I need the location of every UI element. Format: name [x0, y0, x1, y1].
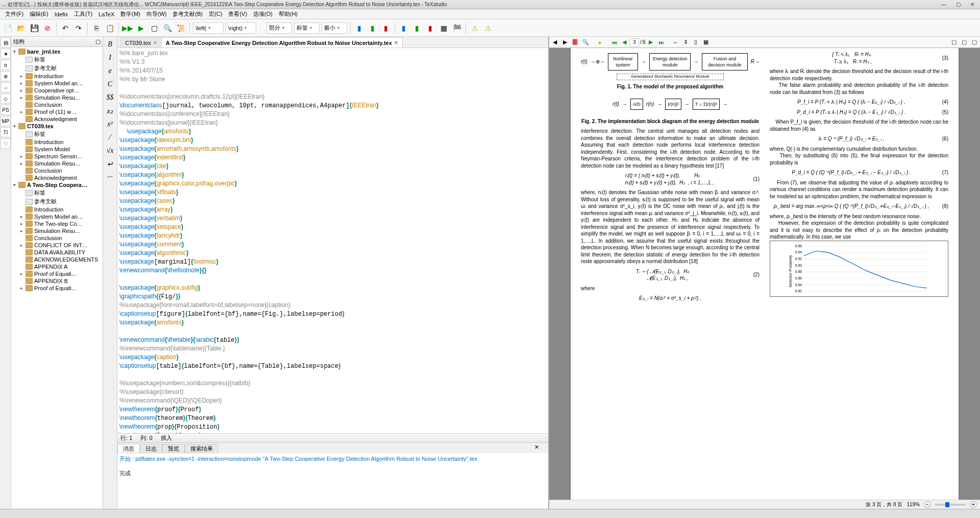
pv-fit-width[interactable]: ↔	[671, 38, 680, 47]
align-left-icon[interactable]: ▮	[354, 22, 365, 34]
paste-button[interactable]: 📋	[104, 22, 115, 34]
build-button[interactable]: ▶	[135, 22, 146, 34]
favorites-button[interactable]: ♡	[1, 138, 11, 149]
tree-item[interactable]: Conclusion	[11, 167, 103, 174]
save-button[interactable]: 💾	[29, 22, 40, 34]
tree-item[interactable]: APPENDIX A	[11, 263, 103, 270]
pv-nav-fwd[interactable]: ▶	[560, 38, 570, 47]
tree-item[interactable]: ▾A Two-Step Coopera…	[11, 181, 103, 189]
editor-tab[interactable]: A Two-Step Cooperative Energy Detection …	[161, 37, 403, 48]
new-file-button[interactable]: 📄	[2, 22, 13, 34]
stop-button[interactable]: ▢	[149, 22, 160, 34]
metapost-button[interactable]: MP	[1, 116, 11, 126]
tree-item[interactable]: ▸Proof of Equati…	[11, 270, 103, 277]
tree-item[interactable]: Conclusion	[11, 101, 103, 108]
tree-item[interactable]: ACKNOWLEDGEMENTS	[11, 256, 103, 263]
menu-选项(O)[interactable]: 选项(O)	[250, 10, 276, 18]
align-center-icon[interactable]: ▮	[367, 22, 378, 34]
structure-tree[interactable]: ▾bare_jrnl.tex标签参考文献▸Introduction▸System…	[11, 47, 103, 509]
menu-查看(V)[interactable]: 查看(V)	[225, 10, 250, 18]
build-run-button[interactable]: ▶▶	[122, 22, 133, 34]
structure-panel-button[interactable]: ▤	[1, 37, 11, 48]
pv-continuous[interactable]: ▯	[691, 38, 700, 47]
tree-item[interactable]: ▸Simulation Resu…	[11, 94, 103, 101]
fmt-x²[interactable]: x²	[105, 119, 116, 130]
tree-item[interactable]: Acknowledgment	[11, 174, 103, 181]
open-file-button[interactable]: 📂	[15, 22, 27, 34]
fmt-B[interactable]: B	[105, 39, 116, 50]
zoom-slider[interactable]	[935, 504, 966, 506]
pv-nav-back[interactable]: ◀	[550, 38, 559, 47]
symbols-misc-button[interactable]: ◇	[1, 93, 11, 104]
tab-close-icon[interactable]: ✕	[394, 40, 398, 45]
label-dropdown[interactable]: 标签	[294, 22, 320, 34]
align-right-icon[interactable]: ▮	[380, 22, 391, 34]
window-minimize[interactable]: —	[937, 0, 950, 8]
tree-item[interactable]: 标签	[11, 189, 103, 197]
section-dropdown[interactable]: 部分	[266, 22, 292, 34]
right-delim-dropdown[interactable]: \right)	[226, 22, 256, 34]
tree-item[interactable]: ▸Proof of (11) w…	[11, 108, 103, 115]
pv-first-page[interactable]: ⏮	[609, 38, 619, 47]
zoom-out-button[interactable]: −	[924, 501, 931, 508]
pstricks-button[interactable]: PS	[1, 105, 11, 115]
log-tab-消息[interactable]: 消息	[117, 444, 140, 453]
warning-icon[interactable]: ⚠	[469, 22, 480, 34]
tree-item[interactable]: ▸Simulation Resu…	[11, 160, 103, 167]
menu-数学(M)[interactable]: 数学(M)	[117, 10, 143, 18]
fmt-⁄[interactable]: ⁄	[105, 132, 116, 143]
tree-item[interactable]: Acknowledgment	[11, 115, 103, 123]
tree-item[interactable]: Introduction	[11, 206, 103, 213]
tree-item[interactable]: ▸Introduction	[11, 73, 103, 80]
log-tab-预览[interactable]: 预览	[162, 444, 185, 453]
tree-item[interactable]: 参考文献	[11, 64, 103, 73]
redo-button[interactable]: ↷	[73, 22, 84, 34]
tree-item[interactable]: ▸Cooperative opt…	[11, 87, 103, 94]
pv-last-page[interactable]: ⏭	[656, 38, 666, 47]
view-pdf-button[interactable]: 🔍	[162, 22, 173, 34]
log-tab-日志[interactable]: 日志	[140, 444, 162, 453]
symbols-operators-button[interactable]: ⊕	[1, 71, 11, 81]
preview-body[interactable]: r(t)→⊕→ Nonlinear system→ Energy detecti…	[549, 48, 980, 500]
menu-文件(F)[interactable]: 文件(F)	[2, 10, 27, 18]
pv-prev-page[interactable]: ◀	[620, 38, 629, 47]
row-icon[interactable]: ▮	[425, 22, 436, 34]
tree-item[interactable]: ▸The Two-step Co…	[11, 220, 103, 227]
menu-宏(C)[interactable]: 宏(C)	[206, 10, 225, 18]
size-dropdown[interactable]: 极小	[322, 22, 347, 34]
undo-button[interactable]: ↶	[60, 22, 71, 34]
pv-grid[interactable]: ▦	[701, 38, 710, 47]
symbols-arrow-button[interactable]: →	[1, 82, 11, 92]
pv-window-icon[interactable]: ▢	[949, 38, 959, 47]
error-icon[interactable]: ⚠	[482, 22, 494, 34]
tree-item[interactable]: ▸CONFLICT OF INT…	[11, 242, 103, 249]
pv-sync-icon[interactable]: ●	[595, 38, 604, 47]
pv-book-icon[interactable]: 📕	[571, 38, 580, 47]
tree-item[interactable]: Conclusion	[11, 234, 103, 242]
pv-next-page[interactable]: ▶	[646, 38, 655, 47]
window-close[interactable]: ✕	[966, 0, 979, 8]
menu-LaTeX[interactable]: LaTeX	[95, 11, 117, 17]
flag-icon[interactable]: 🏁	[451, 22, 462, 34]
close-button[interactable]: ⊘	[42, 22, 53, 34]
fmt-√x[interactable]: √x	[105, 145, 116, 156]
left-delim-dropdown[interactable]: \left(	[193, 22, 224, 34]
fmt-x₂[interactable]: x₂	[105, 105, 116, 116]
tree-item[interactable]: ▸Spectrum Sensin…	[11, 153, 103, 160]
tikz-button[interactable]: TI	[1, 127, 11, 137]
tree-item[interactable]: ▾CT039.tex	[11, 123, 103, 130]
menu-工具(T)[interactable]: 工具(T)	[71, 10, 95, 18]
tree-item[interactable]: Introduction	[11, 138, 103, 146]
bookmarks-button[interactable]: ★	[1, 49, 11, 59]
fmt-I[interactable]: I	[105, 52, 116, 63]
pv-search-icon[interactable]: 🔍	[581, 38, 590, 47]
log-close-icon[interactable]: ✕	[534, 444, 539, 451]
zoom-in-button[interactable]: +	[970, 501, 977, 508]
log-body[interactable]: 开始 : pdflatex.exe -synctex=1 -interactio…	[117, 453, 548, 509]
symbols-greek-button[interactable]: α	[1, 60, 11, 70]
tree-item[interactable]: 参考文献	[11, 197, 103, 206]
menu-帮助(H)[interactable]: 帮助(H)	[276, 10, 301, 18]
tree-item[interactable]: ▸System Model an…	[11, 80, 103, 87]
tree-item[interactable]: ▾bare_jrnl.tex	[11, 48, 103, 55]
fmt-C[interactable]: C	[105, 79, 116, 90]
